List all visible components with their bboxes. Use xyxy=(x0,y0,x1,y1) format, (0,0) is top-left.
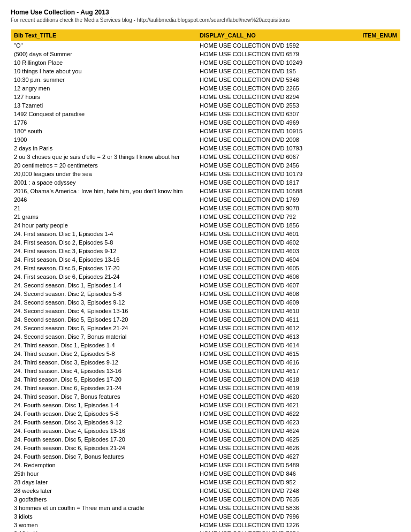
col-header-enum: ITEM_ENUM xyxy=(359,29,400,41)
cell-enum xyxy=(359,75,400,84)
cell-call: HOME USE COLLECTION DVD 846 xyxy=(196,469,359,478)
cell-call: HOME USE COLLECTION DVD 2008 xyxy=(196,135,359,144)
cell-title: 24. Fourth season. Disc 5, Episodes 17-2… xyxy=(11,435,196,444)
cell-enum xyxy=(359,101,400,110)
cell-call: HOME USE COLLECTION DVD 10179 xyxy=(196,170,359,178)
cell-title: 24. Second season. Disc 1, Episodes 1-4 xyxy=(11,281,196,290)
cell-title: 24. Second season. Disc 5, Episodes 17-2… xyxy=(11,315,196,324)
cell-call: HOME USE COLLECTION DVD 4611 xyxy=(196,315,359,324)
cell-title: 10 things I hate about you xyxy=(11,67,196,75)
cell-call: HOME USE COLLECTION DVD 1769 xyxy=(196,195,359,204)
cell-title: 1776 xyxy=(11,118,196,127)
cell-call: HOME USE COLLECTION DVD 6067 xyxy=(196,153,359,161)
cell-enum xyxy=(359,281,400,290)
cell-enum xyxy=(359,401,400,409)
table-row: 28 weeks laterHOME USE COLLECTION DVD 72… xyxy=(11,487,400,495)
table-row: 13 TzametiHOME USE COLLECTION DVD 2553 xyxy=(11,101,400,110)
table-row: 24. First season. Disc 2, Episodes 5-8HO… xyxy=(11,238,400,247)
cell-enum xyxy=(359,504,400,512)
table-row: 3:10 to YumaHOME USE COLLECTION DVD 7654 xyxy=(11,529,400,532)
cell-call: HOME USE COLLECTION DVD 10793 xyxy=(196,144,359,153)
cell-call: HOME USE COLLECTION DVD 4627 xyxy=(196,452,359,461)
cell-enum xyxy=(359,135,400,144)
cell-call: HOME USE COLLECTION DVD 9078 xyxy=(196,204,359,212)
cell-title: 10:30 p.m. summer xyxy=(11,75,196,84)
table-row: 1776HOME USE COLLECTION DVD 4969 xyxy=(11,118,400,127)
cell-title: 24. Third season. Disc 1, Episodes 1-4 xyxy=(11,341,196,349)
table-row: 24. RedemptionHOME USE COLLECTION DVD 54… xyxy=(11,461,400,469)
cell-call: HOME USE COLLECTION DVD 10588 xyxy=(196,187,359,195)
cell-title: 24. Second season. Disc 2, Episodes 5-8 xyxy=(11,290,196,298)
cell-call: HOME USE COLLECTION DVD 4624 xyxy=(196,427,359,435)
table-row: 3 hommes et un couffin = Three men and a… xyxy=(11,504,400,512)
cell-title: 24. Fourth season. Disc 6, Episodes 21-2… xyxy=(11,444,196,452)
page-header-subtitle: For recent additions check the Media Ser… xyxy=(11,17,400,23)
cell-title: 180° south xyxy=(11,127,196,135)
table-row: 24. Second season. Disc 6, Episodes 21-2… xyxy=(11,324,400,332)
table-row: 24. First season. Disc 5, Episodes 17-20… xyxy=(11,264,400,272)
cell-enum xyxy=(359,272,400,281)
table-row: 24. First season. Disc 3, Episodes 9-12H… xyxy=(11,247,400,255)
cell-call: HOME USE COLLECTION DVD 7635 xyxy=(196,495,359,504)
cell-enum xyxy=(359,58,400,67)
table-row: 24 hour party peopleHOME USE COLLECTION … xyxy=(11,221,400,230)
cell-enum xyxy=(359,409,400,418)
cell-enum xyxy=(359,332,400,341)
col-header-call: DISPLAY_CALL_NO xyxy=(196,29,359,41)
table-row: 24. Fourth season. Disc 3, Episodes 9-12… xyxy=(11,418,400,427)
cell-title: 24. First season. Disc 5, Episodes 17-20 xyxy=(11,264,196,272)
table-row: 24. Fourth season. Disc 2, Episodes 5-8H… xyxy=(11,409,400,418)
table-row: 24. Third season. Disc 5, Episodes 17-20… xyxy=(11,375,400,384)
table-row: 10 things I hate about youHOME USE COLLE… xyxy=(11,67,400,75)
table-row: 25th hourHOME USE COLLECTION DVD 846 xyxy=(11,469,400,478)
col-header-title: Bib Text_TITLE xyxy=(11,29,196,41)
cell-call: HOME USE COLLECTION DVD 4604 xyxy=(196,255,359,264)
cell-title: "O" xyxy=(11,41,196,50)
cell-title: 2046 xyxy=(11,195,196,204)
cell-enum xyxy=(359,392,400,401)
cell-call: HOME USE COLLECTION DVD 4625 xyxy=(196,435,359,444)
cell-enum xyxy=(359,478,400,487)
table-row: 24. Second season. Disc 3, Episodes 9-12… xyxy=(11,298,400,307)
cell-call: HOME USE COLLECTION DVD 4616 xyxy=(196,358,359,367)
cell-enum xyxy=(359,212,400,221)
cell-title: 3:10 to Yuma xyxy=(11,529,196,532)
cell-title: 12 angry men xyxy=(11,84,196,93)
cell-enum xyxy=(359,384,400,392)
cell-enum xyxy=(359,461,400,469)
cell-call: HOME USE COLLECTION DVD 1592 xyxy=(196,41,359,50)
cell-enum xyxy=(359,247,400,255)
cell-call: HOME USE COLLECTION DVD 8294 xyxy=(196,93,359,101)
table-row: 1492 Conquest of paradiseHOME USE COLLEC… xyxy=(11,110,400,118)
cell-enum xyxy=(359,307,400,315)
cell-title: 24. Fourth season. Disc 1, Episodes 1-4 xyxy=(11,401,196,409)
cell-title: 28 days later xyxy=(11,478,196,487)
cell-title: 24. Third season. Disc 6, Episodes 21-24 xyxy=(11,384,196,392)
cell-enum xyxy=(359,238,400,247)
cell-enum xyxy=(359,349,400,358)
cell-call: HOME USE COLLECTION DVD 4603 xyxy=(196,247,359,255)
cell-call: HOME USE COLLECTION DVD 1226 xyxy=(196,521,359,529)
cell-title: 21 xyxy=(11,204,196,212)
cell-call: HOME USE COLLECTION DVD 4608 xyxy=(196,290,359,298)
table-row: 24. First season. Disc 1, Episodes 1-4HO… xyxy=(11,230,400,238)
cell-enum xyxy=(359,255,400,264)
page-header-title: Home Use Collection - Aug 2013 xyxy=(11,9,400,16)
cell-call: HOME USE COLLECTION DVD 4622 xyxy=(196,409,359,418)
cell-call: HOME USE COLLECTION DVD 7248 xyxy=(196,487,359,495)
cell-title: 1900 xyxy=(11,135,196,144)
table-row: 24. Fourth season. Disc 4, Episodes 13-1… xyxy=(11,427,400,435)
table-row: 2 days in ParisHOME USE COLLECTION DVD 1… xyxy=(11,144,400,153)
table-row: 2001 : a space odysseyHOME USE COLLECTIO… xyxy=(11,178,400,187)
cell-title: (500) days of Summer xyxy=(11,50,196,58)
table-row: 24. Second season. Disc 4, Episodes 13-1… xyxy=(11,307,400,315)
table-row: 24. Fourth season. Disc 7, Bonus feature… xyxy=(11,452,400,461)
cell-call: HOME USE COLLECTION DVD 4610 xyxy=(196,307,359,315)
cell-call: HOME USE COLLECTION DVD 4605 xyxy=(196,264,359,272)
cell-call: HOME USE COLLECTION DVD 4614 xyxy=(196,341,359,349)
cell-call: HOME USE COLLECTION DVD 1817 xyxy=(196,178,359,187)
cell-title: 3 idiots xyxy=(11,512,196,521)
cell-call: HOME USE COLLECTION DVD 5489 xyxy=(196,461,359,469)
table-row: 12 angry menHOME USE COLLECTION DVD 2265 xyxy=(11,84,400,93)
cell-enum xyxy=(359,170,400,178)
